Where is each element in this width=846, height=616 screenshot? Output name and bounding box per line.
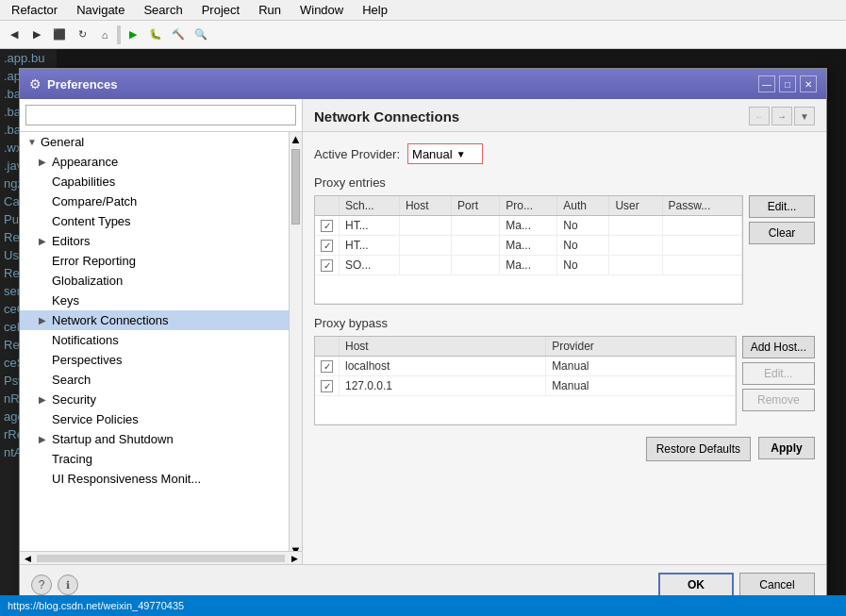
scrollbar-track — [290, 226, 302, 543]
tree-item-tracing[interactable]: Tracing — [20, 449, 289, 469]
nav-back-button[interactable]: ← — [749, 107, 770, 125]
auth-1: No — [557, 216, 609, 236]
remove-bypass-button[interactable]: Remove — [742, 389, 815, 411]
menu-run[interactable]: Run — [255, 1, 285, 19]
tree-search — [20, 99, 302, 132]
tree-item-keys[interactable]: Keys — [20, 291, 289, 310]
tree-label: Compare/Patch — [52, 194, 137, 208]
add-host-button[interactable]: Add Host... — [742, 336, 815, 358]
content-panel: Network Connections ← → ▼ Active Provide… — [303, 99, 826, 564]
tb-forward[interactable]: ▶ — [26, 25, 47, 45]
bypass-checkbox-2[interactable]: ✓ — [321, 380, 333, 392]
checkbox-3[interactable]: ✓ — [321, 259, 333, 272]
tree-label: Appearance — [52, 155, 118, 169]
tree-item-networkconnections[interactable]: ▶ Network Connections — [20, 310, 289, 330]
help-icon[interactable]: ? — [31, 574, 52, 595]
nav-dropdown-button[interactable]: ▼ — [794, 107, 815, 125]
bypass-row-1[interactable]: ✓ localhost Manual — [315, 357, 735, 376]
menu-refactor[interactable]: Refactor — [8, 1, 61, 19]
tree-label: Network Connections — [52, 313, 169, 327]
bypass-provider-2: Manual — [546, 376, 736, 396]
edit-proxy-button[interactable]: Edit... — [749, 195, 815, 218]
active-provider-dropdown[interactable]: Manual ▼ — [407, 143, 483, 164]
apply-button[interactable]: Apply — [758, 437, 815, 459]
tree-item-uiresponsiveness[interactable]: UI Responsiveness Monit... — [20, 469, 289, 489]
tree-hscrollbar[interactable]: ◀ ▶ — [20, 551, 302, 564]
col-pass: Passw... — [662, 196, 741, 216]
tree-label: Editors — [52, 234, 90, 248]
edit-bypass-button[interactable]: Edit... — [742, 362, 815, 385]
scrollbar-thumb[interactable] — [291, 149, 300, 225]
tree-item-errorreporting[interactable]: Error Reporting — [20, 251, 289, 271]
bypass-provider-1: Manual — [546, 357, 736, 376]
tree-item-search[interactable]: Search — [20, 370, 289, 390]
checkbox-2[interactable]: ✓ — [321, 240, 333, 252]
proxy-row-1[interactable]: ✓ HT... Ma... No — [315, 216, 742, 236]
nav-forward-button[interactable]: → — [771, 107, 792, 125]
scrollbar-up[interactable]: ▲ — [290, 132, 302, 140]
tree-label: Keys — [52, 293, 79, 308]
tree-scrollbar[interactable]: ▲ ▼ — [289, 132, 302, 551]
arrow-icon: ▶ — [39, 315, 48, 325]
menu-window[interactable]: Window — [296, 1, 347, 19]
menubar: Refactor Navigate Search Project Run Win… — [0, 0, 846, 21]
minimize-button[interactable]: — — [758, 75, 775, 92]
scrollbar-down[interactable]: ▼ — [290, 543, 302, 551]
menu-navigate[interactable]: Navigate — [73, 1, 128, 19]
host-3 — [399, 256, 451, 275]
restore-defaults-button[interactable]: Restore Defaults — [646, 437, 751, 461]
tree-item-comparepatch[interactable]: Compare/Patch — [20, 191, 289, 211]
proxy-row-2[interactable]: ✓ HT... Ma... No — [315, 236, 742, 256]
tree-panel-inner: ▼ General ▶ Appearance Capabilities — [20, 132, 302, 551]
tree-item-appearance[interactable]: ▶ Appearance — [20, 152, 289, 172]
tb-debug[interactable]: 🐛 — [145, 25, 166, 45]
tb-stop[interactable]: ⬛ — [49, 25, 70, 45]
info-icon[interactable]: ℹ — [58, 574, 78, 595]
tb-home[interactable]: ⌂ — [94, 25, 115, 45]
tree-item-capabilities[interactable]: Capabilities — [20, 172, 289, 191]
proxy-bypass-section: Host Provider ✓ localhost Manual — [314, 336, 815, 425]
tree-item-startupshutdown[interactable]: ▶ Startup and Shutdown — [20, 429, 289, 449]
checkbox-1[interactable]: ✓ — [321, 220, 333, 232]
bypass-checkbox-1[interactable]: ✓ — [321, 360, 333, 373]
col-bypass-provider: Provider — [546, 337, 736, 357]
tb-build[interactable]: 🔨 — [168, 25, 189, 45]
cancel-button[interactable]: Cancel — [739, 573, 815, 597]
tree-item-globalization[interactable]: Globalization — [20, 271, 289, 291]
auth-2: No — [557, 236, 609, 256]
hscroll-right[interactable]: ▶ — [287, 554, 302, 563]
tb-refresh[interactable]: ↻ — [72, 25, 92, 45]
arrow-icon: ▶ — [39, 236, 48, 246]
hscroll-left[interactable]: ◀ — [20, 554, 35, 563]
pass-2 — [662, 236, 741, 256]
close-button[interactable]: ✕ — [800, 75, 817, 92]
tree-item-contenttypes[interactable]: Content Types — [20, 211, 289, 231]
ok-button[interactable]: OK — [658, 573, 734, 597]
bypass-host-1: localhost — [340, 357, 546, 376]
active-provider-row: Active Provider: Manual ▼ — [314, 143, 815, 164]
clear-proxy-button[interactable]: Clear — [749, 222, 815, 244]
arrow-icon: ▶ — [39, 394, 48, 405]
proxy-row-3[interactable]: ✓ SO... Ma... No — [315, 256, 742, 275]
tree-item-notifications[interactable]: Notifications — [20, 330, 289, 350]
menu-project[interactable]: Project — [198, 1, 243, 19]
tree-item-editors[interactable]: ▶ Editors — [20, 231, 289, 251]
user-3 — [609, 256, 662, 275]
hscroll-thumb[interactable] — [37, 555, 285, 562]
tree-item-general[interactable]: ▼ General — [20, 132, 289, 152]
content-body: Active Provider: Manual ▼ Proxy entries — [303, 132, 826, 564]
tree-item-servicepolicies[interactable]: Service Policies — [20, 409, 289, 429]
tb-back[interactable]: ◀ — [4, 25, 25, 45]
tree-label: Error Reporting — [52, 254, 136, 268]
col-host: Host — [399, 196, 451, 216]
tree-item-security[interactable]: ▶ Security — [20, 390, 289, 409]
tree-search-input[interactable] — [25, 105, 296, 125]
tb-run[interactable]: ▶ — [123, 25, 143, 45]
tree-item-perspectives[interactable]: Perspectives — [20, 350, 289, 370]
bypass-row-2[interactable]: ✓ 127.0.0.1 Manual — [315, 376, 735, 396]
menu-search[interactable]: Search — [140, 1, 186, 19]
dialog-overlay: ⚙ Preferences — □ ✕ ▼ — [0, 49, 846, 616]
menu-help[interactable]: Help — [358, 1, 391, 19]
restore-button[interactable]: □ — [779, 75, 796, 92]
tb-search[interactable]: 🔍 — [191, 25, 211, 45]
